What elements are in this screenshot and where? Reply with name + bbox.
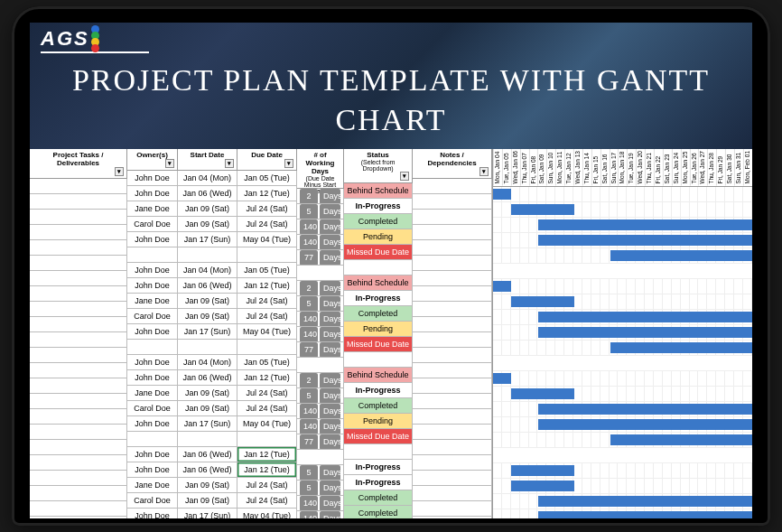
cell-owner[interactable]: John Doe (127, 370, 178, 386)
gantt-bar[interactable] (538, 419, 752, 430)
cell-status[interactable]: Behind Schedule (344, 368, 413, 383)
filter-icon[interactable]: ▾ (284, 159, 293, 168)
cell-owner[interactable]: Jane Doe (127, 294, 178, 309)
cell-tasks[interactable] (30, 517, 127, 518)
cell-days[interactable]: 5Days (297, 465, 344, 481)
cell-due[interactable]: Jul 24 (Sat) (237, 201, 297, 217)
cell-owner[interactable]: John Doe (127, 509, 178, 518)
cell-owner[interactable]: John Doe (127, 324, 178, 340)
cell-notes[interactable] (413, 302, 492, 317)
cell-status[interactable]: Behind Schedule (344, 183, 413, 199)
cell-start[interactable]: Jan 09 (Sat) (178, 478, 237, 493)
filter-icon[interactable]: ▾ (165, 159, 174, 168)
cell-start[interactable]: Jan 09 (Sat) (178, 217, 237, 232)
cell-notes[interactable] (413, 179, 492, 194)
cell-notes[interactable] (413, 455, 492, 471)
cell-owner[interactable]: John Doe (127, 355, 178, 370)
cell-days[interactable]: 5Days (297, 388, 344, 404)
cell-status[interactable]: Completed (344, 306, 413, 322)
cell-tasks[interactable] (30, 179, 127, 194)
col-header-days[interactable]: # of Working Days (Due Date Minus Start … (297, 149, 344, 189)
gantt-bar[interactable] (511, 481, 574, 491)
cell-days[interactable]: 77Days (297, 250, 344, 266)
cell-tasks[interactable] (30, 455, 127, 471)
cell-tasks[interactable] (30, 194, 127, 210)
cell-status[interactable]: In-Progress (344, 383, 413, 398)
cell-status[interactable]: Pending (344, 322, 413, 337)
cell-days[interactable]: 2Days (297, 373, 344, 388)
cell-days[interactable]: 140Days (297, 219, 344, 235)
cell-tasks[interactable] (30, 409, 127, 425)
cell-start[interactable]: Jan 06 (Wed) (178, 447, 237, 462)
cell-start[interactable]: Jan 06 (Wed) (178, 278, 237, 294)
cell-status[interactable]: In-Progress (344, 475, 413, 490)
cell-days[interactable]: 2Days (297, 189, 344, 204)
cell-due[interactable]: Jan 12 (Tue) (237, 447, 297, 462)
cell-owner[interactable]: John Doe (127, 232, 178, 247)
cell-due[interactable]: Jul 24 (Sat) (237, 478, 297, 493)
cell-days[interactable]: 77Days (297, 342, 344, 358)
gantt-bar[interactable] (511, 465, 574, 476)
cell-start[interactable]: Jan 06 (Wed) (178, 186, 237, 201)
cell-days[interactable]: 140Days (297, 419, 344, 434)
cell-tasks[interactable] (30, 240, 127, 256)
cell-start[interactable]: Jan 09 (Sat) (178, 309, 237, 324)
col-header-due[interactable]: Due Date ▾ (237, 149, 297, 171)
cell-tasks[interactable] (30, 486, 127, 501)
cell-due[interactable]: May 04 (Tue) (237, 324, 297, 340)
cell-due[interactable]: Jan 05 (Tue) (237, 263, 297, 278)
cell-status[interactable]: In-Progress (344, 460, 413, 475)
cell-days[interactable]: 77Days (297, 434, 344, 450)
cell-owner[interactable]: Jane Doe (127, 386, 178, 401)
cell-notes[interactable] (413, 409, 492, 425)
cell-notes[interactable] (413, 271, 492, 286)
cell-tasks[interactable] (30, 332, 127, 348)
cell-start[interactable]: Jan 09 (Sat) (178, 201, 237, 217)
cell-due[interactable]: Jan 05 (Tue) (237, 355, 297, 370)
cell-start[interactable]: Jan 09 (Sat) (178, 294, 237, 309)
cell-days[interactable]: 140Days (297, 327, 344, 342)
cell-start[interactable]: Jan 17 (Sun) (178, 232, 237, 247)
cell-days[interactable]: 140Days (297, 496, 344, 511)
cell-owner[interactable]: Carol Doe (127, 217, 178, 232)
cell-days[interactable]: 140Days (297, 235, 344, 250)
cell-status[interactable]: In-Progress (344, 199, 413, 214)
cell-tasks[interactable] (30, 271, 127, 286)
col-header-owner[interactable]: Owner(s) ▾ (127, 149, 178, 171)
cell-start[interactable]: Jan 17 (Sun) (178, 509, 237, 518)
cell-tasks[interactable] (30, 210, 127, 225)
cell-due[interactable]: Jan 12 (Tue) (237, 370, 297, 386)
cell-notes[interactable] (413, 378, 492, 394)
cell-status[interactable]: Pending (344, 414, 413, 429)
cell-due[interactable]: Jul 24 (Sat) (237, 309, 297, 324)
gantt-bar[interactable] (511, 204, 574, 215)
gantt-bar[interactable] (538, 404, 752, 415)
gantt-bar[interactable] (538, 235, 752, 246)
cell-due[interactable]: Jul 24 (Sat) (237, 401, 297, 416)
cell-status[interactable]: Missed Due Date (344, 337, 413, 352)
cell-start[interactable]: Jan 04 (Mon) (178, 263, 237, 278)
cell-owner[interactable]: Jane Doe (127, 478, 178, 493)
cell-days[interactable]: 140Days (297, 312, 344, 327)
cell-start[interactable]: Jan 06 (Wed) (178, 370, 237, 386)
gantt-bar[interactable] (610, 250, 752, 261)
cell-due[interactable]: Jan 05 (Tue) (237, 171, 297, 186)
cell-notes[interactable] (413, 517, 492, 518)
cell-status[interactable]: Missed Due Date (344, 429, 413, 444)
filter-icon[interactable]: ▾ (400, 172, 409, 181)
gantt-bar[interactable] (511, 388, 574, 399)
filter-icon[interactable]: ▾ (225, 159, 234, 168)
cell-notes[interactable] (413, 317, 492, 332)
cell-tasks[interactable] (30, 501, 127, 517)
cell-tasks[interactable] (30, 378, 127, 394)
cell-status[interactable]: Completed (344, 506, 413, 518)
cell-start[interactable]: Jan 04 (Mon) (178, 355, 237, 370)
cell-start[interactable]: Jan 09 (Sat) (178, 386, 237, 401)
cell-notes[interactable] (413, 225, 492, 240)
cell-start[interactable]: Jan 06 (Wed) (178, 462, 237, 478)
filter-icon[interactable]: ▾ (115, 167, 124, 176)
cell-status[interactable]: Behind Schedule (344, 275, 413, 291)
gantt-bar[interactable] (511, 296, 574, 307)
cell-status[interactable]: Missed Due Date (344, 245, 413, 260)
cell-notes[interactable] (413, 471, 492, 486)
